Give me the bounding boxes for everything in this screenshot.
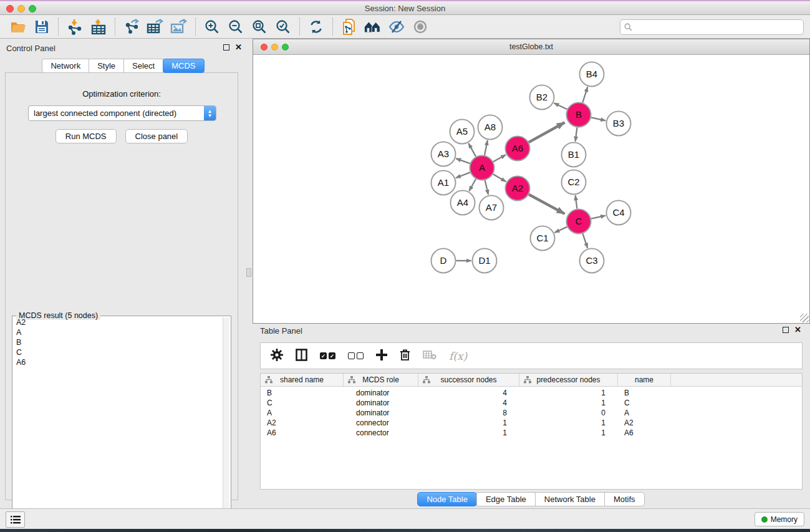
export-image-icon[interactable] bbox=[170, 17, 188, 36]
table-row[interactable]: A6connector11A6 bbox=[261, 428, 802, 438]
column-header-successor-nodes[interactable]: successor nodes bbox=[418, 374, 519, 386]
graph-node-A7[interactable]: A7 bbox=[480, 196, 504, 220]
graph-node-A5[interactable]: A5 bbox=[450, 120, 475, 144]
task-history-button[interactable] bbox=[6, 511, 25, 528]
graph-node-D[interactable]: D bbox=[432, 249, 456, 273]
mcds-result-item[interactable]: A6 bbox=[14, 357, 222, 367]
column-header-predecessor-nodes[interactable]: predecessor nodes bbox=[519, 374, 618, 386]
graph-node-C1[interactable]: C1 bbox=[531, 226, 555, 251]
zoom-in-icon[interactable] bbox=[203, 17, 221, 36]
graph-svg[interactable]: B4B2BB3A5A8A6A3B1AA1C2A2A4A7C4CC1C3DD1 bbox=[253, 55, 809, 323]
float-panel-icon[interactable] bbox=[223, 44, 229, 51]
graph-node-A2[interactable]: A2 bbox=[506, 177, 530, 201]
refresh-icon[interactable] bbox=[307, 17, 325, 36]
open-session-icon[interactable] bbox=[9, 17, 27, 36]
column-header-name[interactable]: name bbox=[618, 374, 671, 386]
graph-node-A4[interactable]: A4 bbox=[451, 191, 475, 215]
edge-A-A3[interactable] bbox=[456, 158, 470, 163]
edge-B-B4[interactable] bbox=[582, 87, 587, 102]
tab-node-table[interactable]: Node Table bbox=[417, 492, 477, 506]
column-header-shared-name[interactable]: shared name bbox=[261, 374, 344, 386]
graph-node-A3[interactable]: A3 bbox=[432, 142, 456, 167]
toggle-columns-icon[interactable] bbox=[296, 349, 307, 364]
graph-node-A[interactable]: A bbox=[470, 156, 494, 180]
export-table-icon[interactable] bbox=[146, 17, 165, 36]
graph-node-D1[interactable]: D1 bbox=[473, 249, 497, 273]
delete-columns-icon[interactable] bbox=[400, 349, 410, 364]
edge-B-B1[interactable] bbox=[576, 127, 577, 141]
mcds-result-item[interactable]: A bbox=[14, 327, 222, 337]
graph-node-B[interactable]: B bbox=[567, 103, 591, 127]
optimization-criterion-select[interactable]: largest connected component (directed) ▲… bbox=[28, 105, 216, 121]
window-resize-grip[interactable] bbox=[800, 314, 809, 322]
edge-A-A7[interactable] bbox=[485, 180, 488, 195]
edge-A-A4[interactable] bbox=[469, 179, 476, 191]
vertical-splitter-handle[interactable] bbox=[246, 268, 251, 277]
tab-style[interactable]: Style bbox=[89, 59, 124, 73]
memory-button[interactable]: Memory bbox=[755, 512, 804, 526]
show-all-icon[interactable] bbox=[411, 17, 430, 36]
graph-node-B3[interactable]: B3 bbox=[607, 112, 631, 136]
run-mcds-button[interactable]: Run MCDS bbox=[55, 129, 117, 143]
clone-network-icon[interactable] bbox=[340, 17, 359, 36]
graph-node-B1[interactable]: B1 bbox=[562, 143, 586, 167]
export-network-icon[interactable] bbox=[122, 17, 141, 36]
hide-selected-icon[interactable] bbox=[387, 17, 406, 36]
table-row[interactable]: Bdominator41B bbox=[261, 388, 802, 398]
edge-A-A5[interactable] bbox=[468, 143, 476, 157]
search-box[interactable] bbox=[620, 19, 804, 35]
network-overview-icon[interactable] bbox=[364, 17, 382, 36]
graph-node-B4[interactable]: B4 bbox=[580, 62, 604, 87]
edge-A2-C[interactable] bbox=[529, 195, 565, 214]
close-panel-button[interactable]: Close panel bbox=[125, 129, 188, 143]
import-network-icon[interactable] bbox=[65, 17, 84, 36]
edge-B-B2[interactable] bbox=[554, 103, 567, 109]
edge-A-A1[interactable] bbox=[456, 172, 470, 178]
edge-C-C1[interactable] bbox=[554, 227, 567, 233]
graph-node-A1[interactable]: A1 bbox=[432, 171, 456, 195]
search-input[interactable] bbox=[635, 22, 803, 32]
tab-network[interactable]: Network bbox=[42, 59, 89, 73]
mcds-result-item[interactable]: B bbox=[14, 337, 222, 347]
tab-network-table[interactable]: Network Table bbox=[535, 492, 605, 506]
edge-B-B3[interactable] bbox=[591, 117, 605, 120]
network-canvas[interactable]: B4B2BB3A5A8A6A3B1AA1C2A2A4A7C4CC1C3DD1 bbox=[253, 55, 809, 323]
zoom-selected-icon[interactable] bbox=[274, 17, 292, 36]
graph-node-C2[interactable]: C2 bbox=[562, 170, 586, 195]
edge-A-A6[interactable] bbox=[493, 155, 506, 162]
edge-A-A8[interactable] bbox=[485, 140, 488, 155]
column-header-MCDS-role[interactable]: MCDS role bbox=[344, 374, 418, 386]
table-settings-icon[interactable] bbox=[271, 349, 283, 364]
edge-A-A2[interactable] bbox=[493, 174, 506, 181]
select-all-icon[interactable]: ✓✓ bbox=[320, 352, 335, 359]
graph-node-C3[interactable]: C3 bbox=[580, 249, 604, 273]
close-panel-icon[interactable]: ✕ bbox=[235, 44, 242, 51]
save-session-icon[interactable] bbox=[32, 17, 51, 36]
edge-C-C4[interactable] bbox=[591, 216, 605, 219]
zoom-out-icon[interactable] bbox=[226, 17, 245, 36]
tab-select[interactable]: Select bbox=[123, 59, 163, 73]
table-row[interactable]: Adominator80A bbox=[261, 408, 802, 418]
graph-node-C4[interactable]: C4 bbox=[607, 201, 631, 225]
tab-edge-table[interactable]: Edge Table bbox=[476, 492, 536, 506]
deselect-all-icon[interactable] bbox=[348, 352, 364, 359]
table-row[interactable]: Cdominator41C bbox=[261, 398, 802, 408]
mcds-result-scrollbar[interactable] bbox=[223, 317, 229, 521]
graph-node-A6[interactable]: A6 bbox=[506, 137, 530, 161]
import-table-icon[interactable] bbox=[89, 17, 108, 36]
node-table[interactable]: shared nameMCDS rolesuccessor nodesprede… bbox=[260, 373, 803, 490]
zoom-fit-icon[interactable] bbox=[250, 17, 269, 36]
tab-mcds[interactable]: MCDS bbox=[163, 59, 204, 73]
add-column-icon[interactable] bbox=[376, 349, 387, 363]
network-window-titlebar[interactable]: testGlobe.txt bbox=[253, 39, 809, 55]
mcds-result-item[interactable]: C bbox=[14, 347, 222, 357]
mcds-result-item[interactable]: A2 bbox=[14, 317, 222, 327]
graph-node-A8[interactable]: A8 bbox=[478, 115, 503, 140]
graph-node-C[interactable]: C bbox=[567, 210, 591, 234]
tab-motifs[interactable]: Motifs bbox=[604, 492, 645, 506]
edge-A6-B[interactable] bbox=[529, 122, 565, 142]
edge-C-C2[interactable] bbox=[576, 195, 577, 208]
mcds-result-list[interactable]: A2ABCA6 bbox=[14, 317, 222, 521]
table-close-panel-icon[interactable]: ✕ bbox=[794, 327, 801, 333]
graph-node-B2[interactable]: B2 bbox=[530, 85, 554, 110]
